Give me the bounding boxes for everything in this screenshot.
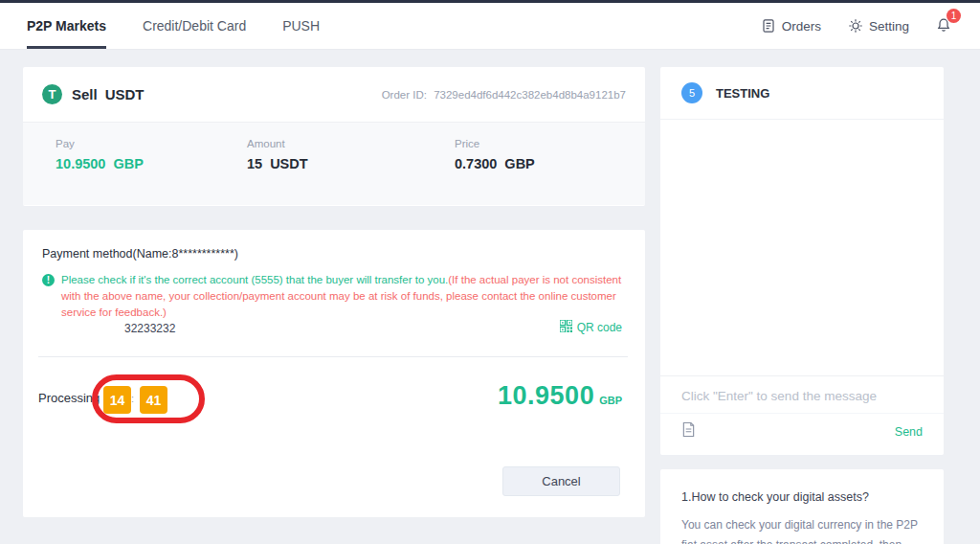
faq-title: 1.How to check your digital assets? xyxy=(681,490,923,504)
warning-text: Please check if it's the correct account… xyxy=(61,272,635,321)
tab-credit-debit-card[interactable]: Credit/Debit Card xyxy=(143,3,246,49)
payment-warning: ! Please check if it's the correct accou… xyxy=(42,272,635,321)
price-label: Price xyxy=(455,138,645,149)
orders-button[interactable]: Orders xyxy=(761,18,821,34)
pay-value: 10.9500GBP xyxy=(56,156,247,171)
pay-label: Pay xyxy=(56,138,247,149)
divider xyxy=(38,356,628,357)
gear-icon xyxy=(848,18,863,34)
order-card-header: T Sell USDT Order ID: 7329ed4df6d442c382… xyxy=(23,67,645,123)
tab-push[interactable]: PUSH xyxy=(282,3,320,49)
total-price: 10.9500 GBP xyxy=(498,381,622,411)
amount-unit: USDT xyxy=(270,156,307,171)
field-amount: Amount 15USDT xyxy=(247,138,455,205)
chat-toolbar: Send xyxy=(660,413,944,455)
amount-value: 15USDT xyxy=(247,156,455,171)
chat-messages-area xyxy=(660,120,944,375)
order-id-value: 7329ed4df6d442c382eb4d8b4a9121b7 xyxy=(434,89,626,101)
order-summary-card: T Sell USDT Order ID: 7329ed4df6d442c382… xyxy=(23,67,645,206)
payment-method-card: Payment method(Name:8************) ! Ple… xyxy=(23,230,645,517)
send-button[interactable]: Send xyxy=(895,425,923,439)
faq-body-text: You can check your digital currency in t… xyxy=(681,515,923,544)
nav-tabs: P2P Markets Credit/Debit Card PUSH xyxy=(27,3,320,49)
p2p-order-page: P2P Markets Credit/Debit Card PUSH Order… xyxy=(0,0,980,544)
qr-code-link[interactable]: QR code xyxy=(560,320,622,335)
notification-badge: 1 xyxy=(947,9,961,23)
processing-label: Processing xyxy=(38,391,100,405)
price-unit: GBP xyxy=(504,156,534,171)
header-actions: Orders Setting 1 xyxy=(761,3,951,49)
price-number: 0.7300 xyxy=(455,156,497,171)
peer-name: TESTING xyxy=(716,86,769,101)
chat-header: 5 TESTING xyxy=(660,67,944,120)
price-value: 0.7300GBP xyxy=(455,156,645,171)
chat-input-area: Send xyxy=(660,375,944,455)
total-amount: 10.9500 xyxy=(498,381,594,411)
payment-method-title: Payment method(Name:8************) xyxy=(42,247,238,261)
order-fields: Pay 10.9500GBP Amount 15USDT Price 0.730… xyxy=(23,123,645,205)
warning-text-green: Please check if it's the correct account… xyxy=(61,274,448,285)
orders-label: Orders xyxy=(782,19,821,34)
account-number: 32233232 xyxy=(124,322,175,335)
setting-label: Setting xyxy=(869,19,909,34)
timer-seconds: 41 xyxy=(140,386,167,414)
main-header: P2P Markets Credit/Debit Card PUSH Order… xyxy=(0,3,980,50)
qr-code-label: QR code xyxy=(577,321,622,334)
notifications-button[interactable]: 1 xyxy=(936,17,951,35)
setting-button[interactable]: Setting xyxy=(848,18,909,34)
exclamation-icon: ! xyxy=(42,274,55,286)
order-id-label: Order ID: xyxy=(382,89,427,101)
tab-p2p-markets[interactable]: P2P Markets xyxy=(27,3,106,49)
order-id: Order ID: 7329ed4df6d442c382eb4d8b4a9121… xyxy=(382,89,626,101)
orders-document-icon xyxy=(761,18,776,34)
field-pay: Pay 10.9500GBP xyxy=(56,138,247,205)
total-currency: GBP xyxy=(599,395,622,406)
chat-panel: 5 TESTING Send xyxy=(660,67,944,455)
peer-avatar: 5 xyxy=(681,82,702,103)
chat-message-input[interactable] xyxy=(660,376,944,413)
amount-label: Amount xyxy=(247,138,455,149)
pay-amount: 10.9500 xyxy=(56,156,105,171)
qr-code-icon xyxy=(560,320,572,335)
timer-separator: : xyxy=(131,393,134,404)
amount-number: 15 xyxy=(247,156,262,171)
timer-minutes: 14 xyxy=(103,386,131,414)
faq-card: 1.How to check your digital assets? You … xyxy=(660,469,944,544)
field-price: Price 0.7300GBP xyxy=(455,138,645,205)
order-side: Sell xyxy=(72,86,98,102)
order-asset: USDT xyxy=(105,86,145,102)
cancel-button[interactable]: Cancel xyxy=(502,466,620,496)
tether-logo-icon: T xyxy=(42,84,62,104)
attach-file-icon[interactable] xyxy=(681,421,696,442)
pay-unit: GBP xyxy=(113,156,143,171)
